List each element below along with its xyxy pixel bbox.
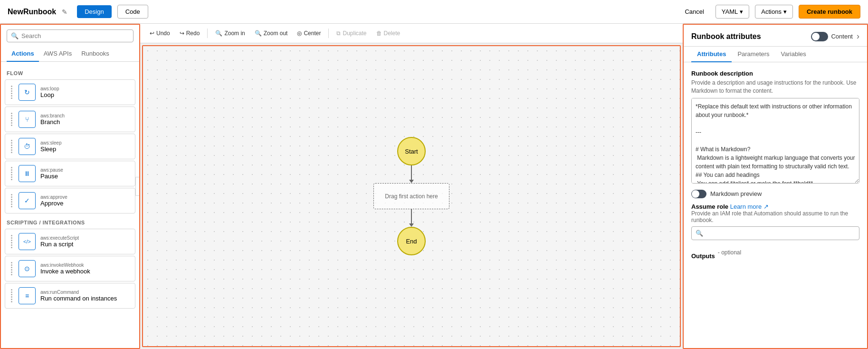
undo-label: Undo [156,30,170,37]
approve-name: Approve [40,200,67,207]
assume-role-section: Assume role Learn more ↗ Provide an IAM … [691,203,859,240]
redo-button[interactable]: ↪ Redo [176,28,204,39]
yaml-button[interactable]: YAML ▾ [715,5,749,19]
duplicate-icon: ⧉ [336,30,341,37]
learn-more-link[interactable]: Learn more ↗ [730,203,769,210]
tab-variables[interactable]: Variables [775,47,812,62]
tab-runbooks[interactable]: Runbooks [76,46,114,62]
approve-text: aws:approve Approve [40,194,67,207]
description-hint: Provide a description and usage instruct… [691,79,859,95]
script-icon: </> [19,233,36,250]
assume-role-input[interactable] [706,230,855,237]
code-mode-button[interactable]: Code [117,5,148,19]
yaml-label: YAML [722,8,738,15]
run-command-name: Run command on instances [40,295,117,302]
branch-name: Branch [40,118,65,126]
action-item-run-command[interactable]: ≡ aws:runCommand Run command on instance… [5,283,135,309]
app-header: NewRunbook ✎ Design Code Cancel YAML ▾ A… [0,0,868,24]
markdown-toggle-knob [692,190,699,198]
flow-arrowhead-1 [409,180,414,183]
action-item-execute-script[interactable]: </> aws:executeScript Run a script [5,229,135,254]
drag-action-placeholder[interactable]: Drag first action here [373,183,449,209]
zoom-in-button[interactable]: 🔍 Zoom in [211,28,248,39]
yaml-chevron-icon: ▾ [740,8,743,15]
drag-handle [11,167,13,180]
loop-text: aws:loop Loop [40,86,59,98]
search-input[interactable] [21,32,129,39]
zoom-out-button[interactable]: 🔍 Zoom out [251,28,292,39]
outputs-label: Outputs [691,252,715,260]
assume-role-search-icon: 🔍 [696,230,703,237]
actions-chevron-icon: ▾ [783,8,787,15]
canvas-area: ↩ Undo ↪ Redo 🔍 Zoom in 🔍 Zoom out ◎ Cen… [140,24,683,349]
tab-parameters[interactable]: Parameters [732,47,775,62]
cancel-button[interactable]: Cancel [679,5,709,18]
markdown-toggle-control[interactable] [691,190,706,198]
tab-aws-apis[interactable]: AWS APIs [39,46,76,62]
action-item-approve[interactable]: ✓ aws:approve Approve [5,188,135,213]
sleep-text: aws:sleep Sleep [40,140,61,153]
branch-text: aws:branch Branch [40,113,65,126]
assume-role-search[interactable]: 🔍 [691,226,859,240]
delete-label: Delete [384,30,401,37]
right-panel-header: Runbook attributes Content › [684,25,867,47]
drag-handle [11,140,13,153]
zoom-in-label: Zoom in [224,30,245,37]
script-text: aws:executeScript Run a script [40,235,79,248]
undo-button[interactable]: ↩ Undo [146,28,174,39]
tab-actions[interactable]: Actions [7,46,39,62]
redo-label: Redo [186,30,200,37]
zoom-in-icon: 🔍 [215,30,222,37]
runbook-title: NewRunbook [8,8,56,16]
toolbar-separator-1 [207,29,208,38]
description-label: Runbook description [691,70,859,77]
action-item-invoke-webhook[interactable]: ⊙ aws:invokeWebhook Invoke a webhook [5,256,135,281]
duplicate-button[interactable]: ⧉ Duplicate [333,28,370,39]
edit-title-icon[interactable]: ✎ [62,8,67,16]
drag-handle [11,262,13,275]
sleep-type: aws:sleep [40,140,61,145]
drag-handle [11,113,13,126]
sidebar-content: FLOW ↻ aws:loop Loop ⑂ a [1,62,139,348]
toolbar-separator-2 [328,29,329,38]
content-toggle-wrap: Content [811,32,853,41]
sleep-icon: ⏱ [19,138,36,155]
tab-attributes[interactable]: Attributes [691,47,732,62]
action-item-branch[interactable]: ⑂ aws:branch Branch [5,107,135,132]
branch-icon: ⑂ [19,111,36,128]
drag-handle [11,289,13,302]
undo-icon: ↩ [150,30,154,37]
panel-expand-icon[interactable]: › [857,31,859,41]
delete-button[interactable]: 🗑 Delete [372,28,404,39]
flow-canvas[interactable]: Start Drag first action here End [142,45,681,347]
duplicate-label: Duplicate [343,30,366,37]
approve-type: aws:approve [40,194,67,200]
delete-icon: 🗑 [376,30,382,37]
drag-handle [11,194,13,207]
search-field-wrap[interactable]: 🔍 [7,29,134,42]
webhook-text: aws:invokeWebhook Invoke a webhook [40,262,90,275]
toggle-knob [812,33,820,40]
start-label: Start [405,148,418,155]
content-toggle[interactable] [811,32,828,41]
actions-button[interactable]: Actions ▾ [755,5,793,19]
actions-label: Actions [761,8,782,15]
sidebar-tabs: Actions AWS APIs Runbooks [1,46,139,62]
right-panel-title: Runbook attributes [691,32,761,41]
outputs-section: Outputs - optional [691,246,859,260]
action-item-sleep[interactable]: ⏱ aws:sleep Sleep [5,134,135,159]
description-textarea[interactable]: *Replace this default text with instruct… [691,98,859,184]
action-item-pause[interactable]: ⏸ aws:pause Pause [5,161,135,186]
right-panel-attributes-content: Runbook description Provide a descriptio… [684,62,867,348]
markdown-preview-label: Markdown preview [710,190,762,197]
pause-name: Pause [40,173,63,180]
center-button[interactable]: ◎ Center [293,28,324,39]
webhook-icon: ⊙ [19,260,36,277]
design-mode-button[interactable]: Design [77,5,111,18]
sidebar-collapse-button[interactable]: ‹ [135,177,140,196]
create-runbook-button[interactable]: Create runbook [799,5,860,19]
sidebar-search-area: 🔍 [1,25,139,46]
flow-container: Start Drag first action here End [373,137,449,255]
action-item-loop[interactable]: ↻ aws:loop Loop [5,79,135,105]
drag-placeholder-label: Drag first action here [385,193,438,200]
